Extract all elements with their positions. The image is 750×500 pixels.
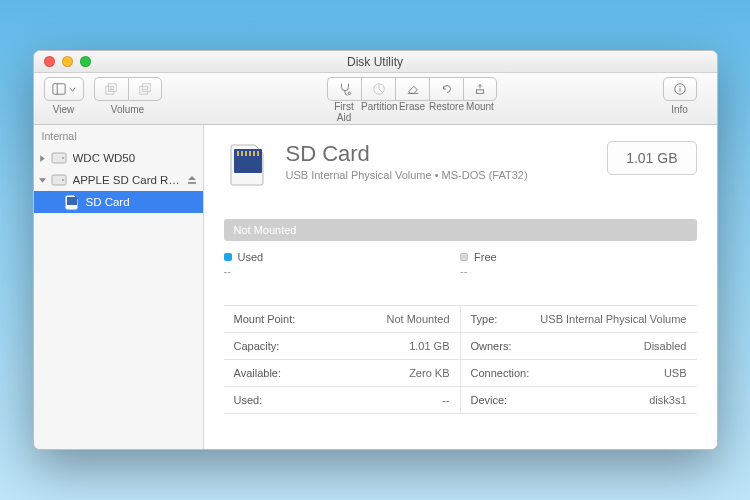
svg-rect-9 (477, 90, 484, 94)
zoom-window-button[interactable] (80, 56, 91, 67)
eraser-icon (406, 82, 420, 96)
info-col-right: Type:USB Internal Physical Volume Owners… (461, 306, 697, 414)
used-row-value: -- (442, 394, 449, 406)
main-panel: SD Card USB Internal Physical Volume • M… (204, 125, 717, 449)
window-controls (34, 56, 91, 67)
volume-title-block: SD Card USB Internal Physical Volume • M… (286, 141, 528, 181)
restore-button[interactable] (429, 77, 463, 101)
disclosure-triangle-icon (38, 154, 47, 163)
view-label: View (53, 104, 75, 115)
volume-remove-button[interactable] (128, 77, 162, 101)
capacity-value: 1.01 GB (409, 340, 449, 352)
available-label: Available: (234, 367, 282, 379)
used-value: -- (224, 265, 461, 277)
svg-rect-21 (241, 151, 243, 156)
usage-legend: Used -- Free -- (224, 251, 697, 277)
svg-rect-22 (245, 151, 247, 156)
volume-remove-icon (138, 82, 152, 96)
disclosure-triangle-open-icon (38, 176, 47, 185)
sidebar-layout-icon (52, 82, 66, 96)
info-label: Info (671, 104, 688, 115)
volume-header: SD Card USB Internal Physical Volume • M… (224, 141, 697, 189)
view-button[interactable] (44, 77, 84, 101)
sidebar-section-internal: Internal (34, 125, 203, 147)
info-button[interactable] (663, 77, 697, 101)
volume-add-icon (104, 82, 118, 96)
svg-rect-23 (249, 151, 251, 156)
sd-card-large-icon (224, 141, 272, 189)
partition-label: Partition (361, 101, 395, 123)
erase-label: Erase (395, 101, 429, 123)
connection-label: Connection: (471, 367, 530, 379)
sidebar: Internal WDC WD50 APPLE SD Card R… SD Ca… (34, 125, 204, 449)
pie-chart-icon (372, 82, 386, 96)
partition-button[interactable] (361, 77, 395, 101)
volume-size: 1.01 GB (607, 141, 696, 175)
mount-point-label: Mount Point: (234, 313, 296, 325)
sidebar-item-wdc[interactable]: WDC WD50 (34, 147, 203, 169)
minimize-window-button[interactable] (62, 56, 73, 67)
used-label: Used (238, 251, 264, 263)
stethoscope-icon (338, 82, 352, 96)
window-title: Disk Utility (34, 55, 717, 69)
available-value: Zero KB (409, 367, 449, 379)
owners-value: Disabled (644, 340, 687, 352)
svg-point-11 (679, 86, 680, 87)
svg-rect-3 (108, 84, 116, 92)
free-swatch (460, 253, 468, 261)
disk-utility-window: Disk Utility View Volume (33, 50, 718, 450)
svg-rect-25 (257, 151, 259, 156)
restore-label: Restore (429, 101, 463, 123)
svg-rect-4 (139, 86, 147, 94)
volume-group: Volume (94, 77, 162, 115)
sidebar-item-apple-sd-reader[interactable]: APPLE SD Card R… (34, 169, 203, 191)
erase-button[interactable] (395, 77, 429, 101)
svg-rect-20 (237, 151, 239, 156)
mount-button[interactable] (463, 77, 497, 101)
eject-icon[interactable] (187, 175, 197, 185)
status-bar: Not Mounted (224, 219, 697, 241)
sidebar-item-sd-card[interactable]: SD Card (34, 191, 203, 213)
volume-label: Volume (111, 104, 144, 115)
hard-drive-icon (51, 150, 67, 166)
svg-rect-17 (188, 182, 196, 184)
mount-label: Mount (463, 101, 497, 123)
type-value: USB Internal Physical Volume (540, 313, 686, 325)
free-label: Free (474, 251, 497, 263)
device-value: disk3s1 (649, 394, 686, 406)
mount-icon (473, 82, 487, 96)
sidebar-item-label: WDC WD50 (73, 152, 197, 164)
type-label: Type: (471, 313, 498, 325)
info-grid: Mount Point:Not Mounted Capacity:1.01 GB… (224, 305, 697, 414)
hard-drive-icon (51, 172, 67, 188)
toolbar: View Volume (34, 73, 717, 125)
used-row-label: Used: (234, 394, 263, 406)
volume-subtitle: USB Internal Physical Volume • MS-DOS (F… (286, 169, 528, 181)
actions-group: First Aid Partition Erase Restore Mount (327, 77, 497, 123)
svg-point-14 (62, 157, 64, 159)
info-col-left: Mount Point:Not Mounted Capacity:1.01 GB… (224, 306, 461, 414)
volume-add-button[interactable] (94, 77, 128, 101)
status-text: Not Mounted (234, 224, 297, 236)
first-aid-label: First Aid (327, 101, 361, 123)
first-aid-button[interactable] (327, 77, 361, 101)
close-window-button[interactable] (44, 56, 55, 67)
used-swatch (224, 253, 232, 261)
svg-rect-18 (67, 197, 77, 205)
sidebar-item-label: APPLE SD Card R… (73, 174, 183, 186)
mount-point-value: Not Mounted (387, 313, 450, 325)
info-icon (673, 82, 687, 96)
device-label: Device: (471, 394, 508, 406)
titlebar[interactable]: Disk Utility (34, 51, 717, 73)
capacity-label: Capacity: (234, 340, 280, 352)
body: Internal WDC WD50 APPLE SD Card R… SD Ca… (34, 125, 717, 449)
free-value: -- (460, 265, 697, 277)
restore-arrow-icon (440, 82, 454, 96)
svg-rect-2 (106, 86, 114, 94)
svg-point-6 (348, 92, 351, 95)
sd-card-icon (64, 194, 80, 210)
info-group: Info (663, 77, 697, 115)
view-group: View (44, 77, 84, 115)
svg-rect-24 (253, 151, 255, 156)
chevron-down-icon (69, 86, 76, 93)
